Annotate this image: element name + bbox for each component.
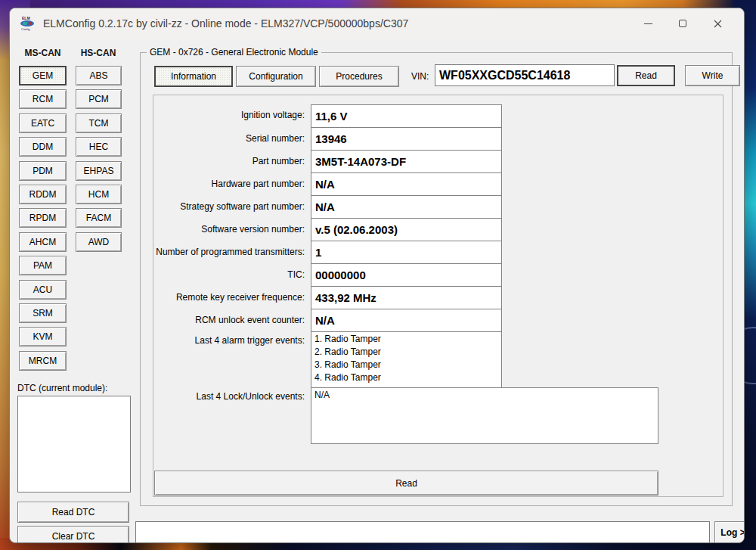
minimize-button[interactable] [631, 8, 665, 39]
sidebar-item-acu[interactable]: ACU [19, 280, 67, 300]
field-label: Hardware part number: [154, 173, 311, 196]
field-value[interactable]: N/A [311, 309, 502, 332]
sidebar-item-facm[interactable]: FACM [76, 208, 122, 228]
field-value[interactable]: 1. Radio Tamper 2. Radio Tamper 3. Radio… [311, 331, 502, 388]
close-icon [714, 20, 722, 28]
clear-dtc-button[interactable]: Clear DTC [17, 526, 129, 543]
sidebar-item-rddm[interactable]: RDDM [19, 185, 67, 204]
form-row-programmed-transmitters: Number of programmed transmitters: 1 [154, 241, 659, 264]
form-row-alarm-trigger-events: Last 4 alarm trigger events: 1. Radio Ta… [154, 332, 659, 388]
close-button[interactable] [700, 8, 735, 39]
information-form: Ignition voltage: 11,6 V Serial number: … [154, 104, 659, 444]
form-row-hardware-part-number: Hardware part number: N/A [154, 173, 659, 196]
sidebar-item-hec[interactable]: HEC [76, 137, 122, 157]
field-value[interactable]: 13946 [311, 127, 502, 151]
sidebar-item-abs[interactable]: ABS [76, 66, 122, 85]
field-label: Part number: [154, 151, 311, 173]
vin-read-button[interactable]: Read [617, 65, 675, 86]
field-value[interactable]: 00000000 [311, 263, 502, 287]
form-row-software-version-number: Software version number: v.5 (02.06.2003… [154, 219, 659, 241]
desktop-wallpaper: ELM Config ELMConfig 0.2.17c by civil-zz… [0, 0, 756, 550]
sidebar-item-pam[interactable]: PAM [19, 256, 67, 275]
status-input[interactable] [135, 521, 710, 543]
vin-input[interactable]: WF05XXGCD55C14618 [435, 64, 615, 86]
field-label: TIC: [154, 264, 311, 287]
field-value[interactable]: 11,6 V [311, 104, 502, 128]
sidebar-item-pdm[interactable]: PDM [19, 161, 67, 181]
hs-can-column: ABS PCM TCM HEC EHPAS HCM FACM AWD [76, 66, 122, 252]
form-row-tic: TIC: 00000000 [154, 264, 659, 287]
hs-can-header: HS-CAN [75, 48, 122, 58]
sidebar-item-ehpas[interactable]: EHPAS [76, 161, 122, 181]
sidebar-item-awd[interactable]: AWD [76, 232, 122, 252]
field-label: Ignition voltage: [154, 104, 311, 128]
vin-write-button[interactable]: Write [685, 65, 740, 86]
dtc-listbox[interactable] [17, 396, 131, 493]
form-row-rcm-unlock-counter: RCM unlock event counter: N/A [154, 309, 659, 332]
field-label: Strategy software part number: [154, 196, 311, 219]
sidebar-item-ahcm[interactable]: AHCM [19, 232, 67, 252]
window-controls [631, 8, 735, 39]
form-row-remote-key-frequence: Remote key receiver frequence: 433,92 MH… [154, 287, 659, 309]
field-label: Serial number: [154, 128, 311, 151]
dtc-label: DTC (current module): [17, 383, 107, 393]
read-information-button[interactable]: Read [154, 471, 658, 496]
field-label: Last 4 Lock/Unlock events: [154, 388, 311, 444]
ms-can-column: GEM RCM EATC DDM PDM RDDM RPDM AHCM PAM … [19, 66, 67, 371]
ms-can-header: MS-CAN [19, 48, 67, 58]
window-title: ELMConfig 0.2.17c by civil-zz - Online m… [43, 17, 408, 30]
field-value[interactable]: N/A [311, 195, 502, 219]
svg-text:Config: Config [21, 27, 30, 31]
sidebar-item-tcm[interactable]: TCM [76, 113, 122, 133]
maximize-button[interactable] [665, 8, 700, 39]
sidebar-item-hcm[interactable]: HCM [76, 185, 122, 204]
elm-logo-icon: ELM Config [19, 15, 37, 32]
field-value[interactable]: 3M5T-14A073-DF [311, 150, 502, 173]
field-value[interactable]: v.5 (02.06.2003) [311, 218, 502, 241]
field-label: Remote key receiver frequence: [154, 287, 311, 309]
tab-configuration[interactable]: Configuration [236, 66, 316, 87]
sidebar-item-srm[interactable]: SRM [19, 303, 67, 323]
form-row-part-number: Part number: 3M5T-14A073-DF [154, 151, 659, 173]
form-row-lock-unlock-events: Last 4 Lock/Unlock events: N/A [154, 388, 659, 444]
vin-label: VIN: [411, 71, 429, 82]
field-value[interactable]: N/A [311, 172, 502, 196]
titlebar[interactable]: ELM Config ELMConfig 0.2.17c by civil-zz… [10, 8, 744, 39]
form-row-ignition-voltage: Ignition voltage: 11,6 V [154, 104, 659, 128]
module-groupbox-title: GEM - 0x726 - General Electronic Module [147, 47, 321, 57]
sidebar-item-pcm[interactable]: PCM [76, 89, 122, 109]
minimize-icon [644, 23, 652, 24]
field-label: Software version number: [154, 219, 311, 241]
form-row-strategy-software-part-number: Strategy software part number: N/A [154, 196, 659, 219]
field-label: Last 4 alarm trigger events: [154, 332, 311, 388]
svg-text:ELM: ELM [22, 16, 30, 20]
field-label: RCM unlock event counter: [154, 309, 311, 332]
field-value[interactable]: 433,92 MHz [311, 286, 502, 309]
sidebar-item-rcm[interactable]: RCM [19, 89, 67, 109]
log-button[interactable]: Log > [714, 521, 745, 543]
sidebar-item-rpdm[interactable]: RPDM [19, 208, 67, 228]
sidebar-item-kvm[interactable]: KVM [19, 327, 67, 346]
read-dtc-button[interactable]: Read DTC [17, 502, 129, 523]
field-value[interactable]: 1 [311, 241, 502, 264]
field-label: Number of programmed transmitters: [154, 241, 311, 264]
sidebar-item-eatc[interactable]: EATC [19, 113, 67, 133]
maximize-icon [679, 20, 686, 27]
field-value[interactable]: N/A [311, 387, 658, 444]
elmconfig-window: ELM Config ELMConfig 0.2.17c by civil-zz… [9, 8, 745, 543]
sidebar-item-mrcm[interactable]: MRCM [19, 351, 67, 371]
sidebar-item-ddm[interactable]: DDM [19, 137, 67, 157]
tab-information[interactable]: Information [154, 66, 233, 87]
tab-procedures[interactable]: Procedures [319, 66, 399, 87]
form-row-serial-number: Serial number: 13946 [154, 128, 659, 151]
sidebar-item-gem[interactable]: GEM [19, 66, 67, 85]
